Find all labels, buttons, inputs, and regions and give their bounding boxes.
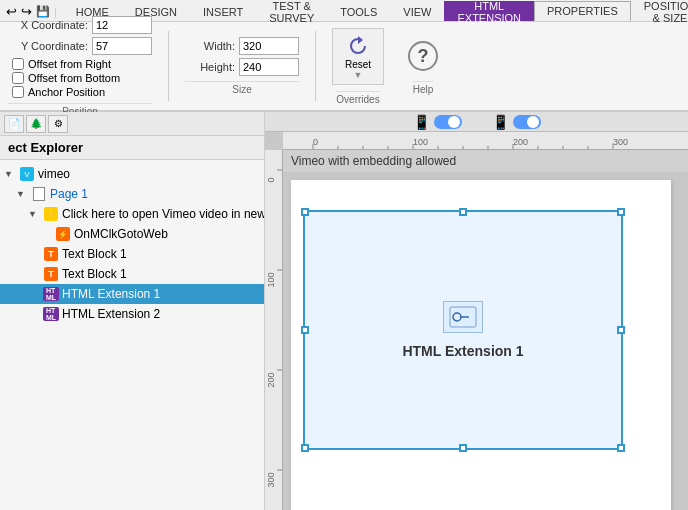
tab-tools[interactable]: TOOLS [327, 1, 390, 21]
svg-text:300: 300 [613, 137, 628, 147]
tree-item-click-vimeo[interactable]: ▼ ⚡ Click here to open Vimeo video in ne… [0, 204, 264, 224]
htmlext2-label: HTML Extension 2 [62, 307, 160, 321]
expander-vimeo: ▼ [4, 169, 16, 179]
tab-test-survey[interactable]: TEST & SURVEY [256, 1, 327, 21]
help-icon: ? [408, 41, 438, 71]
y-label: Y Coordinate: [8, 40, 88, 52]
reset-icon [345, 33, 371, 59]
tablet-toggle-knob [527, 116, 539, 128]
tree-item-textblock1b[interactable]: ▶ T Text Block 1 [0, 264, 264, 284]
anchor-position-label[interactable]: Anchor Position [12, 86, 152, 98]
handle-top-left[interactable] [301, 208, 309, 216]
svg-marker-0 [358, 36, 363, 44]
vimeo-icon: V [19, 166, 35, 182]
tab-view[interactable]: VIEW [390, 1, 444, 21]
svg-text:0: 0 [266, 177, 276, 182]
view-toggles: 📱 📱 [265, 112, 688, 132]
divider-1 [168, 31, 169, 101]
page-icon: 📄 [8, 118, 20, 129]
ruler-vertical: 0 100 200 300 [265, 150, 283, 510]
tree-area: ▼ V vimeo ▼ Page 1 ▼ ⚡ Click he [0, 160, 264, 510]
mobile-icon: 📱 [413, 114, 430, 130]
tree-item-htmlext1[interactable]: ▶ HTML HTML Extension 1 [0, 284, 264, 304]
htmlext2-icon: HTML [43, 306, 59, 322]
page1-icon [31, 186, 47, 202]
mobile-toggle[interactable]: 📱 [413, 114, 462, 130]
htmlext1-label: HTML Extension 1 [62, 287, 160, 301]
x-input[interactable] [92, 16, 152, 34]
svg-text:0: 0 [313, 137, 318, 147]
tablet-toggle[interactable]: 📱 [492, 114, 541, 130]
sidebar-toolbar: 📄 🌲 ⚙ [0, 112, 264, 136]
tablet-toggle-switch[interactable] [513, 115, 541, 129]
mobile-toggle-switch[interactable] [434, 115, 462, 129]
page1-label: Page 1 [50, 187, 88, 201]
expander-page1: ▼ [16, 189, 28, 199]
handle-middle-left[interactable] [301, 326, 309, 334]
html-extension-1-element[interactable]: HTML Extension 1 [303, 210, 623, 450]
click-vimeo-icon: ⚡ [43, 206, 59, 222]
help-button[interactable]: ? [400, 37, 446, 75]
object-explorer: 📄 🌲 ⚙ ect Explorer ▼ V vimeo ▼ [0, 112, 265, 510]
anchor-position-checkbox[interactable] [12, 86, 24, 98]
tree-item-vimeo[interactable]: ▼ V vimeo [0, 164, 264, 184]
tab-insert[interactable]: INSERT [190, 1, 256, 21]
click-vimeo-label: Click here to open Vimeo video in new v [62, 207, 264, 221]
page-top-label: Vimeo with embedding allowed [283, 150, 688, 172]
tree-item-textblock1a[interactable]: ▶ T Text Block 1 [0, 244, 264, 264]
svg-text:200: 200 [266, 372, 276, 387]
canvas-area: 📱 📱 0 100 200 300 [265, 112, 688, 510]
onmclk-label: OnMClkGotoWeb [74, 227, 168, 241]
reset-label: Reset [345, 59, 371, 70]
tree-item-htmlext2[interactable]: ▶ HTML HTML Extension 2 [0, 304, 264, 324]
html-ext-icon [443, 301, 483, 333]
offset-bottom-label[interactable]: Offset from Bottom [12, 72, 152, 84]
x-label: X Coordinate: [8, 19, 88, 31]
handle-top-right[interactable] [617, 208, 625, 216]
textblock1a-icon: T [43, 246, 59, 262]
offset-right-label[interactable]: Offset from Right [12, 58, 152, 70]
help-label: Help [413, 81, 434, 95]
position-group: X Coordinate: Y Coordinate: Offset from … [8, 16, 152, 117]
tab-position-size[interactable]: POSITION & SIZE [631, 1, 688, 21]
handle-bottom-left[interactable] [301, 444, 309, 452]
offset-right-checkbox[interactable] [12, 58, 24, 70]
handle-middle-right[interactable] [617, 326, 625, 334]
mobile-toggle-knob [448, 116, 460, 128]
toolbar-page-btn[interactable]: 📄 [4, 115, 24, 133]
y-input[interactable] [92, 37, 152, 55]
toolbar-tree-btn[interactable]: 🌲 [26, 115, 46, 133]
width-label: Width: [185, 40, 235, 52]
height-label: Height: [185, 61, 235, 73]
height-row: Height: [185, 58, 299, 76]
offset-options: Offset from Right Offset from Bottom Anc… [8, 58, 152, 98]
script-icon: ⚙ [54, 118, 63, 129]
onmclk-icon: ⚡ [55, 226, 71, 242]
svg-text:300: 300 [266, 472, 276, 487]
ribbon-content: X Coordinate: Y Coordinate: Offset from … [0, 22, 688, 112]
handle-top-middle[interactable] [459, 208, 467, 216]
toolbar-script-btn[interactable]: ⚙ [48, 115, 68, 133]
height-input[interactable] [239, 58, 299, 76]
svg-text:100: 100 [413, 137, 428, 147]
divider-2 [315, 31, 316, 101]
x-coordinate-row: X Coordinate: [8, 16, 152, 34]
tab-html-extension[interactable]: HTML EXTENSION [444, 1, 534, 21]
textblock1b-icon: T [43, 266, 59, 282]
tree-item-page1[interactable]: ▼ Page 1 [0, 184, 264, 204]
width-row: Width: [185, 37, 299, 55]
expander-click-vimeo: ▼ [28, 209, 40, 219]
explorer-title: ect Explorer [0, 136, 264, 160]
overrides-group: Reset ▼ Overrides [332, 28, 384, 105]
textblock1b-label: Text Block 1 [62, 267, 127, 281]
handle-bottom-right[interactable] [617, 444, 625, 452]
width-input[interactable] [239, 37, 299, 55]
size-group: Width: Height: Size [185, 37, 299, 95]
page-canvas[interactable]: HTML Extension 1 [291, 180, 671, 510]
tree-item-onmclk[interactable]: ▶ ⚡ OnMClkGotoWeb [0, 224, 264, 244]
reset-button[interactable]: Reset ▼ [332, 28, 384, 85]
handle-bottom-middle[interactable] [459, 444, 467, 452]
tab-properties[interactable]: PROPERTIES [534, 1, 631, 21]
offset-bottom-checkbox[interactable] [12, 72, 24, 84]
tablet-icon: 📱 [492, 114, 509, 130]
